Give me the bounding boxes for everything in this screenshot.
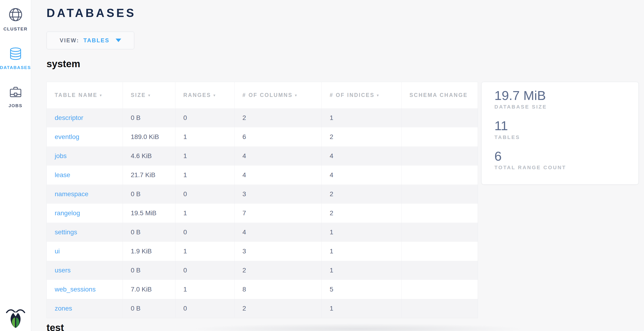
view-selector-dropdown[interactable]: VIEW: TABLES: [46, 32, 134, 49]
table-row-settings: settings0 B041: [47, 223, 478, 242]
sort-caret-icon: ▾: [295, 93, 298, 97]
column-header-label: # OF INDICES: [330, 92, 374, 98]
cell-schema-change: [402, 146, 478, 165]
cell-columns: 8: [234, 280, 322, 299]
sidebar-item-label: DATABASES: [0, 65, 31, 70]
cell-schema-change: [402, 261, 478, 280]
sidebar-item-label: JOBS: [8, 103, 22, 108]
column-header-size[interactable]: SIZE▾: [123, 82, 176, 108]
cell-columns: 2: [234, 261, 322, 280]
cell-ranges: 1: [176, 204, 234, 223]
briefcase-icon: [9, 85, 22, 99]
cell-ranges: 1: [176, 146, 234, 165]
table-name-link[interactable]: zones: [55, 305, 72, 312]
cell-columns: 4: [234, 146, 322, 165]
cell-indices: 1: [322, 299, 402, 318]
stat-value: 11: [494, 118, 634, 133]
cell-indices: 1: [322, 261, 402, 280]
cell-size: 0 B: [123, 261, 176, 280]
system-section-body: TABLE NAME▾SIZE▾RANGES▾# OF COLUMNS▾# OF…: [46, 82, 644, 318]
cell-table-name: settings: [47, 223, 123, 242]
table-name-link[interactable]: eventlog: [55, 133, 79, 140]
column-header-ranges[interactable]: RANGES▾: [176, 82, 234, 108]
table-name-link[interactable]: settings: [55, 229, 77, 236]
table-name-link[interactable]: lease: [55, 171, 70, 179]
cell-ranges: 0: [176, 223, 234, 242]
cell-table-name: ui: [47, 242, 123, 261]
sidebar: CLUSTER DATABASES JOBS: [0, 0, 31, 331]
view-selector-label: VIEW:: [60, 37, 79, 44]
cell-table-name: zones: [47, 299, 123, 318]
stat-label: DATABASE SIZE: [494, 104, 634, 110]
sort-caret-icon: ▾: [148, 93, 151, 97]
sidebar-item-databases[interactable]: DATABASES: [0, 47, 31, 70]
cell-size: 0 B: [123, 299, 176, 318]
page-title: DATABASES: [46, 6, 644, 20]
table-name-link[interactable]: rangelog: [55, 209, 80, 217]
table-row-descriptor: descriptor0 B021: [47, 108, 478, 127]
cell-size: 1.9 KiB: [123, 242, 176, 261]
cell-ranges: 0: [176, 185, 234, 204]
cell-schema-change: [402, 185, 478, 204]
cell-table-name: rangelog: [47, 204, 123, 223]
table-name-link[interactable]: descriptor: [55, 114, 83, 121]
cell-table-name: lease: [47, 165, 123, 185]
cell-indices: 1: [322, 108, 402, 127]
table-row-users: users0 B021: [47, 261, 478, 280]
cell-indices: 1: [322, 223, 402, 242]
cell-size: 19.5 MiB: [123, 204, 176, 223]
cell-indices: 4: [322, 146, 402, 165]
cell-columns: 6: [234, 127, 322, 146]
cell-indices: 4: [322, 165, 402, 185]
database-section-heading-test: test: [46, 322, 644, 331]
cell-columns: 3: [234, 185, 322, 204]
cell-ranges: 1: [176, 242, 234, 261]
stat-database-size: 19.7 MiB DATABASE SIZE: [494, 88, 634, 110]
sidebar-item-jobs[interactable]: JOBS: [0, 85, 31, 108]
column-header-of-indices[interactable]: # OF INDICES▾: [322, 82, 402, 108]
cell-indices: 1: [322, 242, 402, 261]
table-row-zones: zones0 B021: [47, 299, 478, 318]
table-row-web_sessions: web_sessions7.0 KiB185: [47, 280, 478, 299]
table-name-link[interactable]: namespace: [55, 190, 88, 198]
cell-indices: 2: [322, 185, 402, 204]
cell-indices: 2: [322, 127, 402, 146]
cell-columns: 4: [234, 165, 322, 185]
table-name-link[interactable]: web_sessions: [55, 286, 96, 293]
column-header-of-columns[interactable]: # OF COLUMNS▾: [234, 82, 322, 108]
cell-ranges: 1: [176, 165, 234, 185]
table-name-link[interactable]: ui: [55, 248, 60, 255]
stat-value: 6: [494, 149, 634, 164]
cell-ranges: 0: [176, 261, 234, 280]
table-row-rangelog: rangelog19.5 MiB172: [47, 204, 478, 223]
system-tables-grid: TABLE NAME▾SIZE▾RANGES▾# OF COLUMNS▾# OF…: [46, 82, 478, 318]
cell-columns: 2: [234, 108, 322, 127]
table-row-namespace: namespace0 B032: [47, 185, 478, 204]
column-header-label: # OF COLUMNS: [242, 92, 293, 98]
column-header-table-name[interactable]: TABLE NAME▾: [47, 82, 123, 108]
cell-table-name: descriptor: [47, 108, 123, 127]
stat-label: TABLES: [494, 134, 634, 140]
cell-table-name: users: [47, 261, 123, 280]
cell-schema-change: [402, 127, 478, 146]
cell-columns: 3: [234, 242, 322, 261]
table-row-jobs: jobs4.6 KiB144: [47, 146, 478, 165]
sort-caret-icon: ▾: [377, 93, 380, 97]
sort-caret-icon: ▾: [213, 93, 216, 97]
cell-schema-change: [402, 223, 478, 242]
cell-ranges: 0: [176, 108, 234, 127]
globe-icon: [8, 7, 23, 23]
cell-columns: 2: [234, 299, 322, 318]
database-summary-card: 19.7 MiB DATABASE SIZE 11 TABLES 6 TOTAL…: [481, 82, 639, 185]
cell-indices: 5: [322, 280, 402, 299]
table-name-link[interactable]: jobs: [55, 152, 66, 159]
cell-table-name: eventlog: [47, 127, 123, 146]
cell-table-name: jobs: [47, 146, 123, 165]
cell-schema-change: [402, 204, 478, 223]
sort-caret-icon: ▾: [100, 93, 102, 97]
sidebar-item-cluster[interactable]: CLUSTER: [0, 7, 31, 32]
cell-table-name: namespace: [47, 185, 123, 204]
column-header-label: SIZE: [131, 92, 146, 98]
cockroach-bug-logo[interactable]: [6, 308, 25, 329]
table-name-link[interactable]: users: [55, 267, 70, 274]
